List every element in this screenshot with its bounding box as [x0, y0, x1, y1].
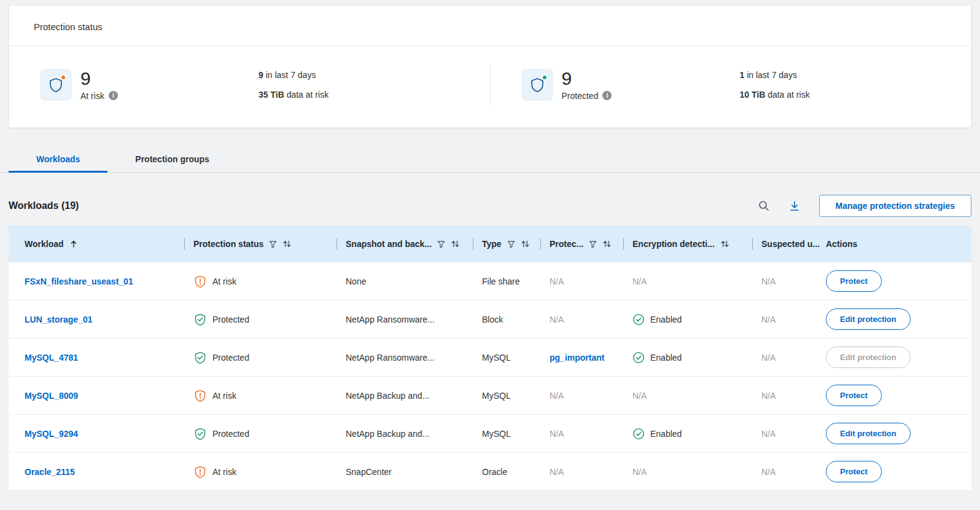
- workload-type-cell: MySQL: [482, 391, 550, 401]
- manage-protection-strategies-button[interactable]: Manage protection strategies: [819, 195, 972, 217]
- workload-link[interactable]: MySQL_9294: [25, 429, 78, 439]
- encryption-detection-cell: N/A: [632, 391, 761, 401]
- download-icon[interactable]: [788, 200, 801, 212]
- column-divider: [184, 238, 185, 249]
- edit-protection-button[interactable]: Edit protection: [826, 308, 911, 330]
- protected-shield-icon: [193, 351, 207, 364]
- protection-group-link[interactable]: pg_important: [550, 353, 604, 363]
- tab-bar: Workloads Protection groups: [0, 146, 980, 173]
- suspected-user-cell: N/A: [761, 353, 826, 363]
- workloads-table: WorkloadProtection statusSnapshot and ba…: [9, 226, 971, 491]
- suspected-user-cell: N/A: [761, 391, 826, 401]
- protection-group-text: N/A: [550, 315, 564, 324]
- suspected-user-text: N/A: [761, 315, 776, 324]
- filter-icon[interactable]: [507, 240, 515, 248]
- sort-icon[interactable]: [720, 240, 729, 248]
- encryption-status-text: N/A: [632, 277, 647, 286]
- workload-link[interactable]: MySQL_4781: [25, 353, 78, 363]
- protection-status-cell: At risk: [193, 275, 346, 288]
- column-header-label: Snapshot and back...: [346, 239, 432, 249]
- encryption-status-text: N/A: [632, 391, 647, 401]
- search-icon[interactable]: [758, 200, 770, 212]
- column-header-label: Type: [482, 239, 502, 249]
- actions-cell: Protect: [826, 270, 971, 292]
- encryption-detection-cell: Enabled: [632, 428, 761, 440]
- protection-group-text: N/A: [550, 429, 564, 439]
- protection-status-text: At risk: [212, 391, 236, 401]
- protect-button[interactable]: Protect: [826, 385, 882, 406]
- protection-status-text: Protected: [212, 315, 249, 324]
- encryption-status-text: Enabled: [650, 315, 682, 324]
- encryption-status-text: Enabled: [650, 353, 682, 363]
- column-header-label: Encryption detecti...: [632, 239, 715, 249]
- column-header-snapshot[interactable]: Snapshot and back...: [346, 226, 482, 262]
- protected-dot-icon: [542, 74, 548, 80]
- at-risk-stat: 9 At risk i 9 in last 7 days 35 TiB data…: [9, 69, 490, 101]
- workload-link[interactable]: FSxN_fileshare_useast_01: [25, 277, 133, 286]
- filter-icon[interactable]: [269, 240, 277, 248]
- sort-ascending-icon[interactable]: [69, 240, 78, 248]
- sort-icon[interactable]: [451, 240, 460, 248]
- column-divider: [336, 238, 337, 249]
- protected-stat: 9 Protected i 1 in last 7 days 10 TiB da…: [491, 69, 971, 101]
- at-risk-dot-icon: [60, 74, 66, 80]
- column-header-status[interactable]: Protection status: [193, 226, 346, 262]
- column-header-workload[interactable]: Workload: [9, 226, 193, 262]
- column-divider: [752, 238, 753, 249]
- table-row: MySQL_9294ProtectedNetApp Backup and...M…: [9, 415, 971, 453]
- protected-shield-icon: [521, 69, 553, 101]
- workload-type-cell: Oracle: [482, 467, 550, 477]
- column-header-type[interactable]: Type: [482, 226, 550, 262]
- protect-button[interactable]: Protect: [826, 270, 882, 292]
- column-header-label: Actions: [826, 239, 857, 249]
- suspected-user-cell: N/A: [761, 429, 826, 439]
- at-risk-shield-icon: [193, 389, 207, 402]
- info-icon[interactable]: i: [109, 91, 118, 100]
- workload-type-cell: Block: [482, 315, 550, 324]
- table-row: FSxN_fileshare_useast_01At riskNoneFile …: [9, 262, 971, 300]
- column-header-group[interactable]: Protec...: [550, 226, 632, 262]
- edit-protection-button[interactable]: Edit protection: [826, 423, 911, 444]
- workload-link[interactable]: LUN_storage_01: [25, 315, 93, 324]
- protection-status-text: At risk: [212, 467, 236, 477]
- at-risk-summary: 9 At risk i: [80, 69, 259, 101]
- filter-icon[interactable]: [437, 240, 445, 248]
- column-header-label: Suspected u...: [761, 239, 820, 249]
- workload-link[interactable]: MySQL_8009: [25, 391, 78, 401]
- workload-link[interactable]: Oracle_2115: [25, 467, 75, 477]
- filter-icon[interactable]: [589, 240, 597, 248]
- at-risk-7day-text: in last 7 days: [263, 70, 316, 80]
- protection-group-text: N/A: [550, 391, 564, 401]
- workload-type-cell: File share: [482, 277, 550, 286]
- sort-icon[interactable]: [282, 240, 292, 248]
- workload-cell: FSxN_fileshare_useast_01: [9, 277, 193, 286]
- protection-stats: 9 At risk i 9 in last 7 days 35 TiB data…: [9, 46, 971, 127]
- suspected-user-text: N/A: [761, 391, 776, 401]
- column-header-encryption[interactable]: Encryption detecti...: [632, 226, 761, 262]
- sort-icon[interactable]: [602, 240, 612, 248]
- tab-protection-groups[interactable]: Protection groups: [107, 146, 237, 172]
- actions-cell: Protect: [826, 385, 971, 406]
- info-icon[interactable]: i: [602, 91, 612, 100]
- protection-status-title: Protection status: [9, 6, 971, 46]
- snapshot-policy-cell: NetApp Ransomware...: [346, 315, 482, 324]
- protected-data-text: data at risk: [765, 90, 809, 100]
- at-risk-7day-value: 9: [259, 70, 263, 80]
- snapshot-policy-cell: SnapCenter: [346, 467, 482, 477]
- protection-status-cell: At risk: [193, 465, 346, 479]
- column-divider: [623, 238, 624, 249]
- sort-icon[interactable]: [521, 240, 530, 248]
- encryption-status-text: Enabled: [650, 429, 682, 439]
- workload-cell: MySQL_9294: [9, 429, 193, 439]
- suspected-user-cell: N/A: [761, 277, 826, 286]
- actions-cell: Protect: [826, 461, 971, 482]
- tab-workloads[interactable]: Workloads: [9, 146, 107, 172]
- protection-status-cell: At risk: [193, 389, 346, 402]
- workloads-toolbar: Workloads (19) Manage protection strateg…: [9, 195, 971, 217]
- at-risk-shield-icon: [193, 275, 207, 288]
- protected-shield-icon: [193, 313, 207, 326]
- encryption-detection-cell: Enabled: [632, 351, 761, 364]
- column-header-label: Workload: [25, 239, 64, 249]
- protection-status-card: Protection status 9 At risk i 9 in last …: [9, 5, 971, 128]
- protect-button[interactable]: Protect: [826, 461, 882, 482]
